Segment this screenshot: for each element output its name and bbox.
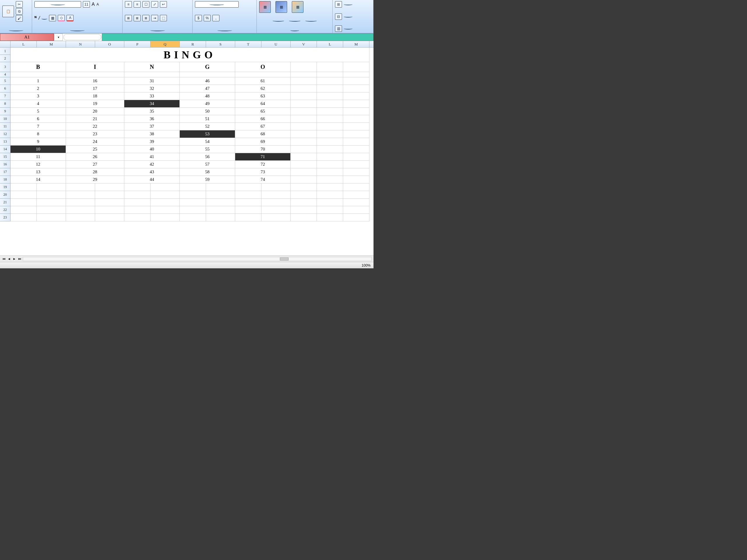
align-center-icon[interactable]: ≣ [134, 15, 140, 21]
align-bot-icon[interactable]: ☐ [143, 1, 149, 7]
indent-icon[interactable]: ⇥ [151, 15, 158, 21]
formula-input[interactable] [102, 33, 374, 41]
cell[interactable] [261, 214, 291, 221]
align-right-icon[interactable]: ≣ [143, 15, 149, 21]
row-header[interactable]: 21 [0, 198, 10, 206]
bingo-cell[interactable]: 49 [180, 100, 235, 108]
align-mid-icon[interactable]: ≡ [134, 1, 140, 7]
paste-icon[interactable]: 📋 [2, 5, 14, 17]
cell[interactable] [206, 191, 235, 198]
bingo-cell[interactable]: 27 [66, 161, 124, 168]
row-header[interactable]: 16 [0, 161, 10, 168]
fx-button-area[interactable] [63, 34, 101, 40]
bingo-col-header[interactable]: O [235, 62, 291, 72]
cell[interactable] [124, 206, 151, 214]
column-header[interactable]: Q [151, 41, 180, 47]
bingo-col-header[interactable]: B [10, 62, 66, 72]
bingo-cell[interactable]: 43 [124, 168, 180, 176]
bingo-cell[interactable]: 13 [10, 168, 66, 176]
column-header[interactable]: L [317, 41, 343, 47]
row-header[interactable]: 5 [0, 77, 10, 85]
bingo-cell[interactable]: 1 [10, 77, 66, 85]
cell[interactable] [317, 168, 343, 176]
bingo-cell[interactable]: 18 [66, 92, 124, 100]
cell[interactable] [37, 191, 66, 198]
bingo-cell[interactable]: 63 [235, 92, 291, 100]
cell[interactable] [235, 198, 261, 206]
cell[interactable] [343, 183, 369, 191]
cell[interactable] [343, 214, 369, 221]
cell[interactable] [235, 214, 261, 221]
cell[interactable] [37, 198, 66, 206]
italic-button[interactable]: / [38, 16, 40, 21]
cell[interactable] [124, 198, 151, 206]
bingo-cell[interactable]: 52 [180, 123, 235, 130]
bingo-cell[interactable]: 58 [180, 168, 235, 176]
bingo-cell[interactable]: 69 [235, 138, 291, 145]
cell[interactable] [95, 206, 124, 214]
cell[interactable] [317, 153, 343, 161]
row-header[interactable]: 12 [0, 130, 10, 138]
cell[interactable] [37, 214, 66, 221]
row-header[interactable]: 4 [0, 72, 10, 77]
cell[interactable] [180, 183, 206, 191]
insert-icon[interactable]: ⊞ [335, 1, 342, 7]
cell[interactable] [291, 183, 317, 191]
row-header[interactable]: 17 [0, 168, 10, 176]
cell[interactable] [343, 145, 369, 153]
cell[interactable] [291, 198, 317, 206]
row-header[interactable]: 10 [0, 115, 10, 123]
column-header[interactable]: P [124, 41, 151, 47]
cell[interactable] [291, 77, 317, 85]
align-left-icon[interactable]: ≣ [125, 15, 132, 21]
cut-icon[interactable]: ✂ [16, 1, 23, 7]
row-header[interactable]: 15 [0, 153, 10, 161]
cell[interactable] [291, 214, 317, 221]
cell[interactable] [343, 138, 369, 145]
bingo-cell[interactable]: 57 [180, 161, 235, 168]
cell[interactable] [317, 92, 343, 100]
cell[interactable] [66, 72, 124, 77]
bingo-cell[interactable]: 6 [10, 115, 66, 123]
bingo-cell[interactable]: 62 [235, 85, 291, 92]
tab-prev-icon[interactable]: ◀ [7, 257, 11, 261]
bingo-cell[interactable]: 11 [10, 153, 66, 161]
cell[interactable] [206, 198, 235, 206]
cell[interactable] [343, 206, 369, 214]
cell[interactable] [291, 123, 317, 130]
bingo-col-header[interactable]: G [180, 62, 235, 72]
cell[interactable] [291, 130, 317, 138]
bingo-cell[interactable]: 28 [66, 168, 124, 176]
cell[interactable] [151, 183, 180, 191]
bingo-cell[interactable]: 21 [66, 115, 124, 123]
bingo-cell[interactable]: 9 [10, 138, 66, 145]
cell[interactable] [180, 198, 206, 206]
merge-icon[interactable]: ⬚ [160, 15, 167, 21]
cell[interactable] [317, 77, 343, 85]
row-header[interactable]: 23 [0, 214, 10, 221]
percent-icon[interactable]: % [204, 15, 211, 21]
cell[interactable] [343, 92, 369, 100]
cell[interactable] [317, 62, 343, 72]
title-cell[interactable]: BINGO [10, 48, 369, 62]
row-header[interactable]: 7 [0, 92, 10, 100]
cell[interactable] [235, 72, 291, 77]
cell[interactable] [317, 123, 343, 130]
cell[interactable] [317, 161, 343, 168]
cell[interactable] [235, 206, 261, 214]
cell[interactable] [151, 198, 180, 206]
cell[interactable] [317, 198, 343, 206]
cell[interactable] [124, 183, 151, 191]
cell[interactable] [180, 191, 206, 198]
bingo-cell[interactable]: 8 [10, 130, 66, 138]
bingo-cell[interactable]: 72 [235, 161, 291, 168]
cell[interactable] [10, 214, 37, 221]
cell[interactable] [124, 72, 180, 77]
copy-icon[interactable]: ⧉ [16, 8, 23, 15]
align-top-icon[interactable]: ≡ [125, 1, 132, 7]
wrap-text-icon[interactable]: ↩ [160, 1, 167, 7]
tab-first-icon[interactable]: ⏮ [2, 257, 6, 261]
bingo-cell[interactable]: 61 [235, 77, 291, 85]
column-header[interactable]: S [206, 41, 235, 47]
bingo-col-header[interactable]: I [66, 62, 124, 72]
